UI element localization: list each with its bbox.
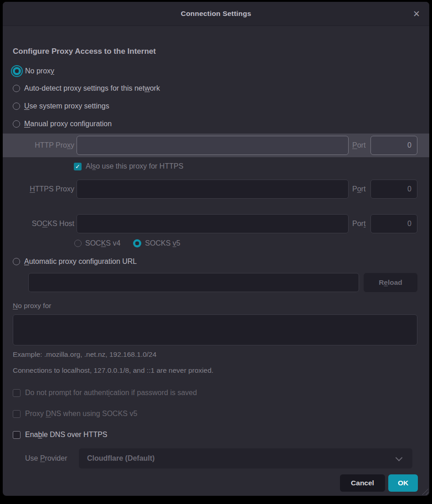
socks-version-row: SOCKS v4 SOCKS v5 xyxy=(74,237,180,249)
no-proxy-radio[interactable] xyxy=(13,67,21,75)
auto-detect-radio[interactable] xyxy=(13,85,20,92)
no-proxy-label: No proxy xyxy=(25,67,54,75)
no-auth-prompt-label: Do not prompt for authentication if pass… xyxy=(25,389,197,397)
proxy-dns-row: Proxy DNS when using SOCKS v5 xyxy=(13,408,137,420)
ok-button[interactable]: OK xyxy=(388,474,418,492)
auto-detect-label: Auto-detect proxy settings for this netw… xyxy=(24,84,160,93)
doh-checkbox[interactable] xyxy=(13,431,21,439)
use-system-label: Use system proxy settings xyxy=(24,102,109,110)
socks-v4-radio[interactable] xyxy=(74,240,82,247)
proxy-mode-use-system: Use system proxy settings xyxy=(13,99,109,113)
no-proxy-example: Example: .mozilla.org, .net.nz, 192.168.… xyxy=(13,350,156,360)
proxy-mode-auto-url: Automatic proxy configuration URL xyxy=(13,255,137,268)
http-proxy-row: HTTP Proxy Port xyxy=(3,134,429,157)
chevron-down-icon xyxy=(396,454,403,461)
auto-url-radio[interactable] xyxy=(13,258,20,265)
dialog-titlebar: Connection Settings ✕ xyxy=(3,2,429,26)
http-port-label: Port xyxy=(352,141,368,149)
https-proxy-input[interactable] xyxy=(77,180,349,199)
socks-host-input[interactable] xyxy=(77,214,349,233)
https-proxy-label: HTTPS Proxy xyxy=(3,185,74,193)
proxy-mode-auto-detect: Auto-detect proxy settings for this netw… xyxy=(13,82,160,95)
socks-v4-label: SOCKS v4 xyxy=(85,239,120,247)
page-title: Configure Proxy Access to the Internet xyxy=(13,47,156,56)
proxy-mode-no-proxy: No proxy xyxy=(13,64,54,78)
proxy-mode-manual: Manual proxy configuration xyxy=(13,117,112,131)
proxy-dns-label: Proxy DNS when using SOCKS v5 xyxy=(25,410,137,418)
close-icon[interactable]: ✕ xyxy=(413,2,420,26)
manual-proxy-radio[interactable] xyxy=(13,120,20,128)
http-proxy-label: HTTP Proxy xyxy=(3,141,74,149)
auto-url-label: Automatic proxy configuration URL xyxy=(24,257,137,266)
no-auth-prompt-checkbox[interactable] xyxy=(13,389,21,397)
socks-v5-label: SOCKS v5 xyxy=(145,239,180,247)
check-icon: ✓ xyxy=(75,164,80,170)
reload-button[interactable]: Reload xyxy=(364,273,417,292)
manual-proxy-label: Manual proxy configuration xyxy=(24,120,112,128)
no-auth-prompt-row: Do not prompt for authentication if pass… xyxy=(13,387,197,399)
no-proxy-for-textarea[interactable] xyxy=(13,314,417,345)
cancel-button[interactable]: Cancel xyxy=(340,474,385,492)
socks-port-label: Port xyxy=(352,220,368,228)
use-system-radio[interactable] xyxy=(13,103,20,110)
socks-host-label: SOCKS Host xyxy=(3,220,74,228)
connection-settings-dialog: Connection Settings ✕ Configure Proxy Ac… xyxy=(3,2,429,496)
dialog-title: Connection Settings xyxy=(181,10,252,18)
no-proxy-note: Connections to localhost, 127.0.0.1/8, a… xyxy=(13,365,213,375)
autoconfig-row: Reload xyxy=(28,273,417,293)
doh-provider-value: Cloudflare (Default) xyxy=(87,454,396,463)
autoconfig-url-input[interactable] xyxy=(28,273,359,292)
doh-row: Enable DNS over HTTPS xyxy=(13,429,108,441)
socks-v5-radio[interactable] xyxy=(133,239,141,247)
resize-handle[interactable] xyxy=(422,489,428,495)
doh-provider-select[interactable]: Cloudflare (Default) xyxy=(79,448,412,468)
http-port-input[interactable] xyxy=(370,136,417,155)
doh-provider-label: Use Provider xyxy=(25,453,67,464)
also-https-label: Also use this proxy for HTTPS xyxy=(86,162,183,170)
http-proxy-input[interactable] xyxy=(77,136,349,155)
socks-host-row: SOCKS Host Port xyxy=(3,214,429,234)
doh-label: Enable DNS over HTTPS xyxy=(25,431,108,439)
socks-port-input[interactable] xyxy=(370,214,417,233)
no-proxy-for-label: No proxy for xyxy=(13,300,51,311)
proxy-dns-checkbox[interactable] xyxy=(13,410,21,418)
also-https-checkbox[interactable]: ✓ xyxy=(74,163,82,170)
also-https-row: ✓ Also use this proxy for HTTPS xyxy=(74,160,183,172)
https-port-label: Port xyxy=(352,185,368,193)
https-port-input[interactable] xyxy=(370,180,417,199)
https-proxy-row: HTTPS Proxy Port xyxy=(3,179,429,199)
